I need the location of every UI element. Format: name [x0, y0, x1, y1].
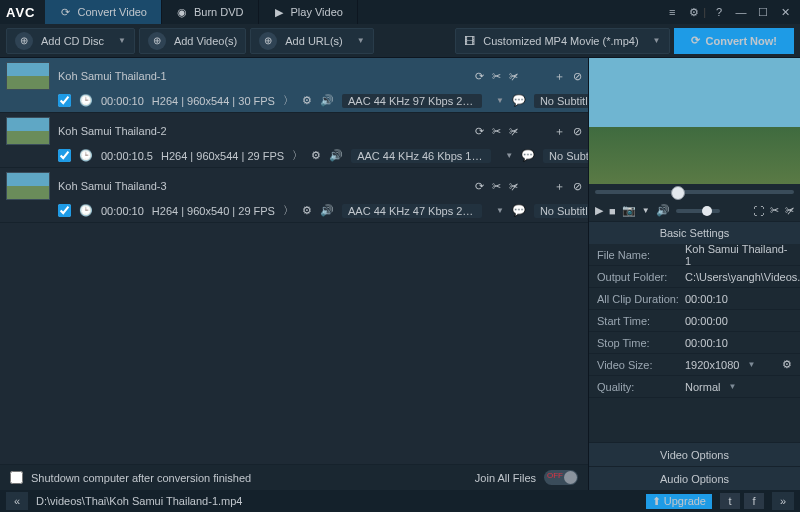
button-label: Add CD Disc: [41, 35, 104, 47]
tab-convert-video[interactable]: ⟳Convert Video: [45, 0, 162, 24]
cut-icon[interactable]: ✂: [492, 125, 501, 138]
duration: 00:00:10.5: [101, 150, 153, 162]
menu-icon[interactable]: ≡: [663, 3, 681, 21]
crop-icon[interactable]: ✂̷: [785, 204, 794, 217]
item-title: Koh Samui Thailand-2: [58, 125, 467, 137]
item-checkbox[interactable]: [58, 94, 71, 107]
gear-icon[interactable]: ⚙: [311, 149, 321, 162]
add-icon[interactable]: ＋: [554, 69, 565, 84]
refresh-icon[interactable]: ⟳: [475, 125, 484, 138]
audio-dropdown[interactable]: AAC 44 KHz 97 Kbps 2 CH ...: [342, 94, 482, 108]
tab-label: Convert Video: [77, 6, 147, 18]
refresh-icon[interactable]: ⟳: [475, 70, 484, 83]
remove-icon[interactable]: ⊘: [573, 180, 582, 193]
seek-bar[interactable]: [589, 184, 800, 200]
shutdown-checkbox[interactable]: [10, 471, 23, 484]
item-checkbox[interactable]: [58, 204, 71, 217]
globe-plus-icon: ⊕: [259, 32, 277, 50]
item-checkbox[interactable]: [58, 149, 71, 162]
crop-icon[interactable]: ✂̷: [509, 70, 518, 83]
play-button[interactable]: ▶: [595, 204, 603, 217]
add-cd-button[interactable]: ⊕Add CD Disc▼: [6, 28, 135, 54]
list-item[interactable]: Koh Samui Thailand-3 ⟳✂✂̷＋⊘ 🕒 00:00:10 H…: [0, 168, 588, 223]
gear-icon[interactable]: ⚙: [782, 358, 792, 371]
label: File Name:: [597, 249, 685, 261]
thumbnail: [6, 172, 50, 200]
tab-label: Burn DVD: [194, 6, 244, 18]
chevron-down-icon[interactable]: ▼: [747, 360, 755, 369]
button-label: Add URL(s): [285, 35, 342, 47]
stop-button[interactable]: ■: [609, 205, 616, 217]
remove-icon[interactable]: ⊘: [573, 70, 582, 83]
crop-icon[interactable]: ✂̷: [509, 180, 518, 193]
crop-icon[interactable]: ✂̷: [509, 125, 518, 138]
shutdown-label: Shutdown computer after conversion finis…: [31, 472, 251, 484]
subtitle-dropdown[interactable]: No Subtitle▼: [534, 94, 588, 108]
tab-burn-dvd[interactable]: ◉Burn DVD: [162, 0, 259, 24]
chevron-down-icon[interactable]: ▼: [728, 382, 736, 391]
file-path: D:\videos\Thai\Koh Samui Thailand-1.mp4: [36, 495, 638, 507]
add-videos-button[interactable]: ⊕Add Video(s): [139, 28, 246, 54]
video-size-dropdown[interactable]: 1920x1080: [685, 359, 739, 371]
subtitle-dropdown[interactable]: No Subtitle▼: [534, 204, 588, 218]
add-icon[interactable]: ＋: [554, 124, 565, 139]
list-item[interactable]: Koh Samui Thailand-1 ⟳ ✂ ✂̷ ＋ ⊘ 🕒 00:00:…: [0, 58, 588, 113]
gear-icon[interactable]: ⚙: [302, 94, 312, 107]
add-icon[interactable]: ＋: [554, 179, 565, 194]
mute-button[interactable]: 🔊: [656, 204, 670, 217]
snapshot-button[interactable]: 📷: [622, 204, 636, 217]
help-icon[interactable]: ?: [710, 3, 728, 21]
video-options-button[interactable]: Video Options: [589, 442, 800, 466]
fullscreen-icon[interactable]: ⛶: [753, 205, 764, 217]
output-folder-value[interactable]: C:\Users\yangh\Videos...📂: [685, 270, 800, 283]
list-item[interactable]: Koh Samui Thailand-2 ⟳✂✂̷＋⊘ 🕒 00:00:10.5…: [0, 113, 588, 168]
join-files-toggle[interactable]: OFF: [544, 470, 578, 485]
subtitle-icon: 💬: [512, 94, 526, 107]
chevron-down-icon[interactable]: ▼: [118, 36, 126, 45]
remove-icon[interactable]: ⊘: [573, 125, 582, 138]
volume-slider[interactable]: [676, 209, 720, 213]
add-urls-button[interactable]: ⊕Add URL(s)▼: [250, 28, 373, 54]
minimize-icon[interactable]: —: [732, 3, 750, 21]
status-bar: « D:\videos\Thai\Koh Samui Thailand-1.mp…: [0, 490, 800, 512]
gear-icon[interactable]: ⚙: [302, 204, 312, 217]
button-label: Convert Now!: [706, 35, 778, 47]
audio-options-button[interactable]: Audio Options: [589, 466, 800, 490]
clock-icon: 🕒: [79, 94, 93, 107]
cut-icon[interactable]: ✂: [770, 204, 779, 217]
clip-duration-value: 00:00:10: [685, 293, 792, 305]
chevron-down-icon[interactable]: ▼: [357, 36, 365, 45]
close-icon[interactable]: ✕: [776, 3, 794, 21]
button-label: Add Video(s): [174, 35, 237, 47]
upgrade-button[interactable]: ⬆Upgrade: [646, 494, 712, 509]
start-time-value[interactable]: 00:00:00: [685, 315, 792, 327]
prev-button[interactable]: «: [6, 492, 28, 510]
subtitle-dropdown[interactable]: No Subtitle▼: [543, 149, 588, 163]
disc-plus-icon: ⊕: [15, 32, 33, 50]
cut-icon[interactable]: ✂: [492, 70, 501, 83]
output-profile-dropdown[interactable]: 🎞Customized MP4 Movie (*.mp4)▼: [455, 28, 669, 54]
clock-icon: 🕒: [79, 204, 93, 217]
maximize-icon[interactable]: ☐: [754, 3, 772, 21]
refresh-icon[interactable]: ⟳: [475, 180, 484, 193]
video-list: Koh Samui Thailand-1 ⟳ ✂ ✂̷ ＋ ⊘ 🕒 00:00:…: [0, 58, 588, 464]
gear-icon[interactable]: ⚙: [685, 3, 703, 21]
stop-time-value[interactable]: 00:00:10: [685, 337, 792, 349]
list-footer: Shutdown computer after conversion finis…: [0, 464, 588, 490]
cut-icon[interactable]: ✂: [492, 180, 501, 193]
tab-label: Play Video: [291, 6, 343, 18]
convert-now-button[interactable]: ⟳Convert Now!: [674, 28, 795, 54]
label: Quality:: [597, 381, 685, 393]
chevron-down-icon: ▼: [653, 36, 661, 45]
quality-dropdown[interactable]: Normal: [685, 381, 720, 393]
filename-value[interactable]: Koh Samui Thailand-1: [685, 243, 792, 267]
item-title: Koh Samui Thailand-1: [58, 70, 467, 82]
title-bar: AVC ⟳Convert Video ◉Burn DVD ▶Play Video…: [0, 0, 800, 24]
twitter-icon[interactable]: t: [720, 493, 740, 509]
tab-play-video[interactable]: ▶Play Video: [259, 0, 358, 24]
audio-dropdown[interactable]: AAC 44 KHz 46 Kbps 1 CH ...: [351, 149, 491, 163]
audio-dropdown[interactable]: AAC 44 KHz 47 Kbps 2 CH ...: [342, 204, 482, 218]
facebook-icon[interactable]: f: [744, 493, 764, 509]
next-button[interactable]: »: [772, 492, 794, 510]
chevron-down-icon[interactable]: ▼: [642, 206, 650, 215]
